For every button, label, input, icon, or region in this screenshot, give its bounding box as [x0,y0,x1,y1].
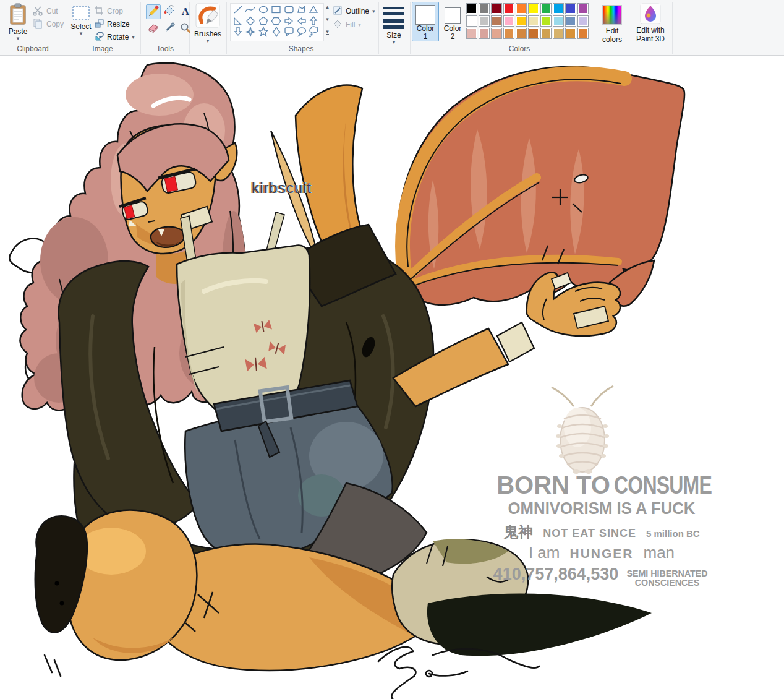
clipboard-group-label: Clipboard [0,45,67,53]
tools-group-label: Tools [131,45,199,53]
meme-not-eat: NOT EAT SINCE [543,527,636,540]
select-label: Select [70,22,91,31]
dropdown-arrow-icon: ▾ [17,36,20,41]
meme-consume: CONSUME [614,471,712,499]
select-button[interactable]: Select ▾ [68,2,94,43]
brushes-icon [195,3,220,30]
palette-swatch[interactable] [516,3,527,14]
image-group-label: Image [69,45,137,53]
palette-swatch[interactable] [516,15,527,27]
edit-with-paint3d-button[interactable]: Edit with Paint 3D [632,2,669,48]
palette-swatch[interactable] [479,15,490,27]
meme-text-block: BORN TO CONSUME OMNIVORISM IS A FUCK 鬼神 … [488,471,715,587]
dropdown-arrow-icon: ▾ [358,22,361,27]
fill-tool-button[interactable] [162,4,177,19]
palette-swatch[interactable] [528,3,539,14]
copy-label: Copy [46,20,64,28]
palette-swatch[interactable] [565,3,576,14]
palette-swatch[interactable] [528,28,539,39]
resize-button[interactable]: Resize [94,18,141,30]
pencil-tool-button[interactable] [146,4,161,19]
palette-swatch[interactable] [491,3,502,14]
color2-button[interactable]: Color 2 [440,2,465,41]
paint3d-icon [640,3,661,26]
cut-label: Cut [46,7,58,15]
rotate-icon [94,32,104,43]
ms-paint-window: { "ribbon": { "clipboard": {"label":"Cli… [0,0,784,699]
palette-swatch[interactable] [479,28,490,39]
paste-button[interactable]: Paste ▾ [4,2,32,43]
palette-swatch[interactable] [528,15,539,27]
group-divider [631,2,631,54]
edit-colors-label1: Edit [606,27,619,35]
eyedropper-icon [163,22,176,36]
color-palette [466,3,590,39]
dropdown-arrow-icon: ▾ [207,38,210,43]
brushes-label: Brushes [194,30,221,38]
shapes-scroll-down-button[interactable]: ▾ [323,16,331,26]
mouth [151,227,184,247]
palette-swatch[interactable] [491,15,502,27]
rotate-button[interactable]: Rotate ▾ [94,31,143,43]
palette-swatch[interactable] [565,28,576,39]
meme-line-4: I am HUNGER man [488,543,715,562]
crop-button[interactable]: Crop [94,5,138,17]
palette-swatch[interactable] [565,15,576,27]
meme-man: man [644,543,675,562]
outline-button[interactable]: Outline ▾ [333,5,377,17]
palette-swatch[interactable] [503,15,514,27]
size-button[interactable]: Size ▾ [380,2,407,46]
shapes-gallery[interactable] [230,3,324,41]
isopod-image [552,386,613,474]
magnifier-tool-button[interactable] [178,22,193,36]
meme-line-3: 鬼神 NOT EAT SINCE 5 million BC [488,522,715,542]
eraser-icon [147,22,160,36]
eraser-tool-button[interactable] [146,22,161,36]
palette-swatch[interactable] [540,15,552,27]
meme-hunger: HUNGER [569,546,633,561]
palette-swatch[interactable] [466,15,477,27]
palette-swatch[interactable] [503,3,514,14]
meme-line-2: OMNIVORISM IS A FUCK [498,499,706,518]
palette-swatch[interactable] [553,3,564,14]
copy-button[interactable]: Copy [32,18,64,30]
resize-icon [94,19,104,30]
palette-swatch[interactable] [491,28,502,39]
dropdown-arrow-icon: ▾ [132,35,135,40]
brushes-button[interactable]: Brushes ▾ [192,2,224,46]
meme-number: 410,757,864,530 [493,565,619,584]
palette-swatch[interactable] [577,28,589,39]
palette-swatch[interactable] [479,3,490,14]
palette-swatch[interactable] [516,28,527,39]
shapes-group-label: Shapes [267,45,335,53]
palette-swatch[interactable] [553,28,564,39]
meme-i-am: I am [529,543,560,562]
palette-swatch[interactable] [466,3,477,14]
color1-button[interactable]: Color 1 [412,2,439,41]
palette-swatch[interactable] [577,3,589,14]
fill-label: Fill [346,20,355,29]
palette-swatch[interactable] [466,28,477,39]
palette-swatch[interactable] [540,3,552,14]
canvas-artwork [0,56,784,699]
palette-swatch[interactable] [503,28,514,39]
color-picker-tool-button[interactable] [162,22,177,36]
fill-button[interactable]: Fill ▾ [333,19,370,31]
palette-swatch[interactable] [577,15,589,27]
resize-label: Resize [107,20,130,28]
edit-colors-button[interactable]: Edit colors [595,2,629,46]
edit-colors-icon [602,5,622,25]
shapes-scroll-up-button[interactable]: ▴ [323,4,331,14]
shapes-expand-button[interactable]: ▾ [323,28,331,38]
palette-swatch[interactable] [553,15,564,27]
artist-signature: kirbscuit [252,179,312,197]
cut-button[interactable]: Cut [32,5,64,17]
drawing-canvas[interactable]: kirbscuit BORN TO CONSUME OMNIVORISM IS … [0,56,784,699]
group-divider [226,2,227,54]
shape-icons [231,4,322,40]
rotate-label: Rotate [107,33,129,41]
palette-swatch[interactable] [540,28,552,39]
size-label: Size [386,31,401,40]
fill-icon [333,19,343,31]
text-tool-button[interactable]: A [178,4,193,19]
